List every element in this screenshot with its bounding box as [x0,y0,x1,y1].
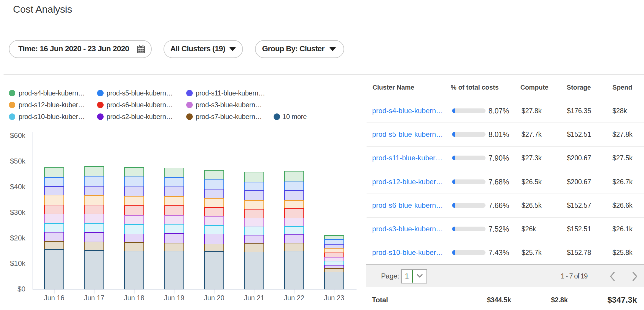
svg-text:Jun 20: Jun 20 [204,294,224,302]
svg-text:Jun 23: Jun 23 [324,294,344,302]
svg-text:$60k: $60k [10,131,26,139]
svg-text:$10k: $10k [10,259,26,267]
svg-text:Jun 18: Jun 18 [124,294,144,302]
svg-text:$0: $0 [17,285,25,293]
svg-text:Jun 19: Jun 19 [164,294,184,302]
svg-text:$20k: $20k [10,234,26,242]
svg-text:$50k: $50k [10,157,26,165]
svg-text:$40k: $40k [10,183,26,191]
svg-text:Jun 17: Jun 17 [84,294,104,302]
svg-text:Jun 21: Jun 21 [244,294,264,302]
svg-text:Jun 22: Jun 22 [284,294,304,302]
svg-text:Jun 16: Jun 16 [44,294,64,302]
svg-text:$30k: $30k [10,208,26,216]
